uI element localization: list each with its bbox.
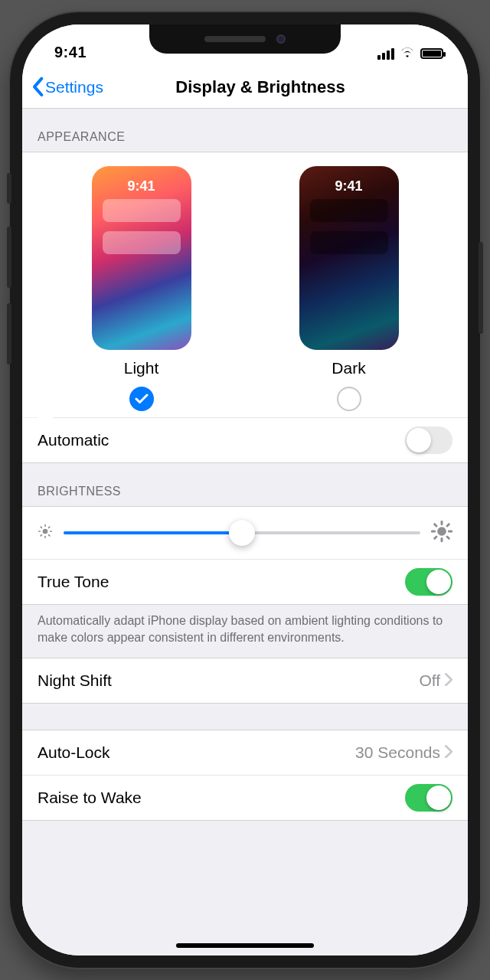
volume-up-button [7, 227, 11, 288]
section-header-appearance: APPEARANCE [22, 109, 468, 152]
status-time: 9:41 [54, 44, 87, 61]
screen: 9:41 Settings Display & Brightness APPEA… [22, 24, 468, 956]
brightness-slider[interactable] [64, 519, 420, 547]
appearance-option-light[interactable]: 9:41 Light [73, 166, 211, 411]
night-shift-value: Off [419, 671, 440, 690]
chevron-left-icon [31, 77, 44, 97]
raise-to-wake-row: Raise to Wake [22, 775, 468, 820]
automatic-row: Automatic [22, 418, 468, 463]
notch [149, 24, 341, 54]
light-radio[interactable] [129, 387, 154, 411]
svg-line-17 [447, 524, 449, 526]
true-tone-footer: Automatically adapt iPhone display based… [22, 605, 468, 658]
svg-point-0 [43, 529, 48, 534]
svg-line-5 [41, 527, 41, 528]
true-tone-toggle[interactable] [405, 568, 452, 596]
check-icon [135, 394, 149, 404]
wifi-icon [399, 46, 416, 61]
nav-bar: Settings Display & Brightness [22, 66, 468, 109]
true-tone-row: True Tone [22, 559, 468, 605]
page-title: Display & Brightness [145, 77, 345, 97]
raise-to-wake-toggle[interactable] [405, 784, 452, 812]
svg-line-16 [435, 537, 436, 538]
raise-to-wake-label: Raise to Wake [38, 789, 142, 807]
section-header-brightness: BRIGHTNESS [22, 463, 468, 506]
back-label: Settings [45, 78, 103, 96]
battery-icon [420, 48, 443, 59]
brightness-low-icon [38, 524, 53, 542]
chevron-right-icon [445, 743, 452, 762]
light-label: Light [124, 359, 159, 377]
cellular-signal-icon [377, 48, 394, 60]
preview-time: 9:41 [92, 178, 191, 194]
auto-lock-label: Auto-Lock [38, 743, 110, 762]
automatic-toggle[interactable] [405, 426, 452, 454]
night-shift-row[interactable]: Night Shift Off [22, 658, 468, 703]
home-indicator[interactable] [176, 943, 314, 948]
dark-preview: 9:41 [299, 166, 399, 350]
appearance-option-dark[interactable]: 9:41 Dark [280, 166, 418, 411]
automatic-label: Automatic [38, 431, 109, 449]
settings-content[interactable]: APPEARANCE 9:41 Light 9:41 [22, 109, 468, 956]
svg-line-15 [447, 537, 449, 538]
auto-lock-value: 30 Seconds [355, 743, 440, 762]
preview-time: 9:41 [299, 178, 399, 194]
svg-line-7 [41, 535, 41, 536]
svg-line-8 [49, 527, 50, 528]
volume-down-button [7, 303, 11, 364]
back-button[interactable]: Settings [31, 77, 103, 97]
svg-line-6 [49, 535, 50, 536]
light-preview: 9:41 [92, 166, 191, 350]
night-shift-label: Night Shift [38, 671, 112, 690]
brightness-high-icon [431, 521, 452, 545]
svg-point-9 [437, 527, 446, 536]
speaker-grille [204, 36, 266, 42]
side-button [479, 242, 483, 334]
svg-line-14 [435, 524, 436, 526]
dark-radio[interactable] [337, 387, 361, 411]
auto-lock-row[interactable]: Auto-Lock 30 Seconds [22, 730, 468, 775]
chevron-right-icon [445, 671, 452, 690]
dark-label: Dark [332, 359, 365, 377]
mute-switch [7, 173, 11, 204]
brightness-cell [22, 506, 468, 559]
true-tone-label: True Tone [38, 573, 109, 591]
front-camera [276, 34, 286, 44]
phone-frame: 9:41 Settings Display & Brightness APPEA… [10, 12, 480, 968]
appearance-selector: 9:41 Light 9:41 Dark [22, 152, 468, 417]
